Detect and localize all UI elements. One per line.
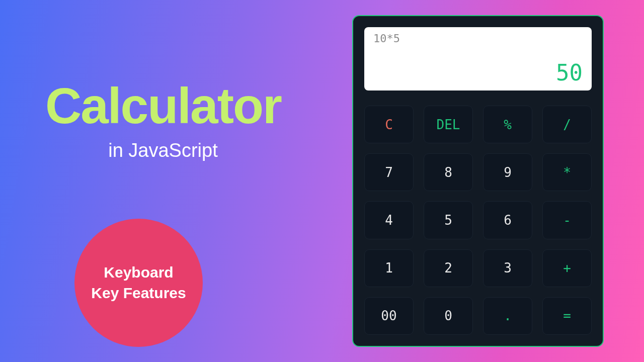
key-3[interactable]: 3: [483, 249, 532, 287]
badge-line-1: Keyboard: [104, 262, 173, 283]
key-8[interactable]: 8: [424, 153, 473, 191]
calculator-panel: 10*5 50 C DEL % / 7 8 9 * 4 5 6 - 1 2 3 …: [352, 15, 604, 347]
key-0[interactable]: 0: [424, 297, 473, 335]
key-divide[interactable]: /: [542, 106, 592, 143]
key-2[interactable]: 2: [424, 249, 473, 287]
key-decimal[interactable]: .: [483, 297, 532, 335]
key-5[interactable]: 5: [424, 201, 473, 239]
key-delete[interactable]: DEL: [424, 106, 473, 143]
key-clear[interactable]: C: [364, 106, 414, 143]
key-subtract[interactable]: -: [542, 201, 592, 239]
calculator-display: 10*5 50: [364, 27, 592, 90]
key-9[interactable]: 9: [483, 153, 532, 191]
key-equals[interactable]: =: [542, 297, 592, 335]
expression-text: 10*5: [373, 32, 583, 45]
keypad: C DEL % / 7 8 9 * 4 5 6 - 1 2 3 + 00 0 .…: [364, 106, 592, 335]
key-00[interactable]: 00: [364, 297, 414, 335]
key-add[interactable]: +: [542, 249, 592, 287]
key-4[interactable]: 4: [364, 201, 414, 239]
key-multiply[interactable]: *: [542, 153, 592, 191]
result-text: 50: [373, 60, 583, 85]
key-6[interactable]: 6: [483, 201, 532, 239]
badge-line-2: Key Features: [91, 283, 186, 304]
feature-badge: Keyboard Key Features: [74, 219, 203, 347]
key-7[interactable]: 7: [364, 153, 414, 191]
hero-subtitle: in JavaScript: [19, 140, 307, 161]
key-percent[interactable]: %: [483, 106, 532, 143]
hero-title: Calculator: [45, 80, 307, 131]
key-1[interactable]: 1: [364, 249, 414, 287]
hero-panel: Calculator in JavaScript: [45, 80, 307, 161]
